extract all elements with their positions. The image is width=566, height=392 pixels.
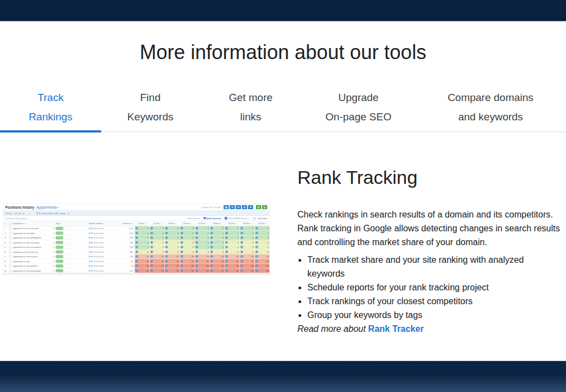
serp-snapshot-icon[interactable]: G (151, 232, 153, 234)
add-tag-pill[interactable] (65, 231, 71, 235)
chart-options-button[interactable]: ≡ ▾ (263, 211, 268, 215)
add-tag-pill[interactable] (65, 269, 71, 272)
date-column-header[interactable]: 19 Dec▾ (224, 221, 239, 226)
serp-snapshot-icon[interactable]: G (240, 265, 243, 267)
tab-upgrade-onpage-seo[interactable]: UpgradeOn-page SEO (302, 88, 415, 133)
serp-snapshot-icon[interactable]: G (255, 246, 258, 248)
serp-snapshot-icon[interactable]: G (136, 251, 138, 253)
row-checkbox[interactable] (8, 232, 13, 235)
serp-snapshot-icon[interactable]: G (211, 256, 213, 258)
serp-snapshot-icon[interactable]: G (166, 260, 168, 262)
serp-snapshot-icon[interactable]: G (196, 246, 198, 248)
operations-dropdown[interactable]: Operations ▾ (187, 217, 200, 220)
serp-snapshot-icon[interactable]: G (240, 227, 243, 230)
row-checkbox[interactable] (8, 251, 13, 253)
select-all-checkbox[interactable] (8, 222, 13, 225)
serp-snapshot-icon[interactable]: G (136, 269, 138, 272)
serp-snapshot-icon[interactable]: G (181, 251, 183, 253)
row-checkbox[interactable] (8, 227, 13, 230)
serp-snapshot-icon[interactable]: G (181, 237, 183, 239)
serp-snapshot-icon[interactable]: G (166, 232, 168, 234)
tag-pill[interactable] (56, 259, 64, 263)
serp-snapshot-icon[interactable]: G (151, 246, 153, 248)
add-tag-pill[interactable] (65, 246, 71, 249)
serp-snapshot-icon[interactable]: G (211, 237, 213, 239)
serp-snapshot-icon[interactable]: G (196, 227, 198, 230)
serp-snapshot-icon[interactable]: G (181, 246, 183, 248)
serp-snapshot-icon[interactable]: G (166, 246, 168, 248)
serp-snapshot-icon[interactable]: G (151, 256, 153, 258)
report-icon[interactable]: ▥ (262, 205, 268, 209)
search-engine-selector[interactable]: G United States (NY), Engl... ▾ (36, 212, 69, 215)
serp-snapshot-icon[interactable]: G (211, 265, 213, 267)
date-range-selector[interactable]: 13 Dec – 21 Dec ▾ (6, 212, 24, 215)
add-tag-pill[interactable] (65, 255, 71, 258)
serp-snapshot-icon[interactable]: G (151, 260, 153, 262)
column-header-volume[interactable]: Volume ▼ ▾ (116, 222, 135, 225)
serp-snapshot-icon[interactable]: G (211, 269, 213, 272)
serp-snapshot-icon[interactable]: G (240, 241, 243, 243)
serp-snapshot-icon[interactable]: G (166, 237, 168, 239)
serp-snapshot-icon[interactable]: G (211, 232, 213, 234)
serp-snapshot-icon[interactable]: G (136, 256, 138, 258)
serp-snapshot-icon[interactable]: G (136, 227, 138, 230)
serp-snapshot-icon[interactable]: G (226, 232, 228, 234)
serp-snapshot-icon[interactable]: G (151, 269, 153, 272)
tag-pill[interactable] (56, 250, 64, 253)
alerts-icon[interactable]: ⚑ (248, 205, 254, 209)
serp-snapshot-icon[interactable]: G (136, 232, 138, 234)
serp-snapshot-icon[interactable]: G (255, 260, 258, 262)
tag-pill[interactable] (56, 269, 64, 272)
rank-tracker-link[interactable]: Rank Tracker (368, 324, 424, 333)
date-column-header[interactable]: 15 Dec▾ (165, 221, 180, 226)
serp-snapshot-icon[interactable]: G (151, 265, 153, 267)
serp-snapshot-icon[interactable]: G (196, 265, 198, 267)
serp-snapshot-icon[interactable]: G (240, 251, 243, 253)
serp-snapshot-icon[interactable]: G (226, 269, 228, 272)
serp-snapshot-icon[interactable]: G (196, 260, 198, 262)
date-column-header[interactable]: 14 Dec▾ (150, 221, 165, 226)
serp-snapshot-icon[interactable]: G (255, 265, 258, 267)
serp-snapshot-icon[interactable]: G (166, 256, 168, 258)
serp-snapshot-icon[interactable]: G (136, 265, 138, 267)
row-checkbox[interactable] (8, 246, 13, 248)
serp-snapshot-icon[interactable]: G (181, 256, 183, 258)
settings-icon[interactable]: ⚙ (236, 205, 242, 209)
serp-snapshot-icon[interactable]: G (240, 237, 243, 239)
serp-snapshot-icon[interactable]: G (255, 269, 258, 272)
raw-data-toggle[interactable] (252, 217, 256, 219)
serp-snapshot-icon[interactable]: G (226, 260, 228, 262)
serp-snapshot-icon[interactable]: G (255, 256, 258, 258)
tag-pill[interactable] (56, 241, 64, 244)
add-tag-pill[interactable] (65, 259, 71, 263)
serp-snapshot-icon[interactable]: G (181, 241, 183, 243)
serp-snapshot-icon[interactable]: G (136, 246, 138, 248)
serp-snapshot-icon[interactable]: G (181, 260, 183, 262)
tag-pill[interactable] (56, 236, 64, 240)
add-keywords-button[interactable]: + Add keywords (203, 217, 222, 220)
serp-snapshot-icon[interactable]: G (226, 256, 228, 258)
filter-icon[interactable]: ▼ (230, 205, 235, 209)
row-checkbox[interactable] (8, 236, 13, 239)
date-column-header[interactable]: 13 Dec↓ (135, 221, 150, 226)
serp-snapshot-icon[interactable]: G (166, 241, 168, 243)
serp-snapshot-icon[interactable]: G (196, 269, 198, 272)
serp-snapshot-icon[interactable]: G (181, 227, 183, 230)
serp-snapshot-icon[interactable]: G (226, 246, 228, 248)
serp-snapshot-icon[interactable]: G (211, 227, 213, 230)
date-column-header[interactable]: 21 Dec▾ (254, 221, 269, 226)
tag-pill[interactable] (56, 264, 64, 268)
serp-snapshot-icon[interactable]: G (181, 265, 183, 267)
serp-snapshot-icon[interactable]: G (255, 227, 258, 230)
row-checkbox[interactable] (8, 260, 13, 263)
serp-snapshot-icon[interactable]: G (211, 241, 213, 243)
serp-snapshot-icon[interactable]: G (196, 237, 198, 239)
row-checkbox[interactable] (8, 241, 13, 244)
export-icon[interactable]: ▤ (256, 205, 261, 209)
serp-snapshot-icon[interactable]: G (240, 232, 243, 234)
serp-snapshot-icon[interactable]: G (181, 232, 183, 234)
serp-snapshot-icon[interactable]: G (196, 232, 198, 234)
serp-snapshot-icon[interactable]: G (255, 232, 258, 234)
serp-snapshot-icon[interactable]: G (240, 256, 243, 258)
serp-snapshot-icon[interactable]: G (166, 269, 168, 272)
